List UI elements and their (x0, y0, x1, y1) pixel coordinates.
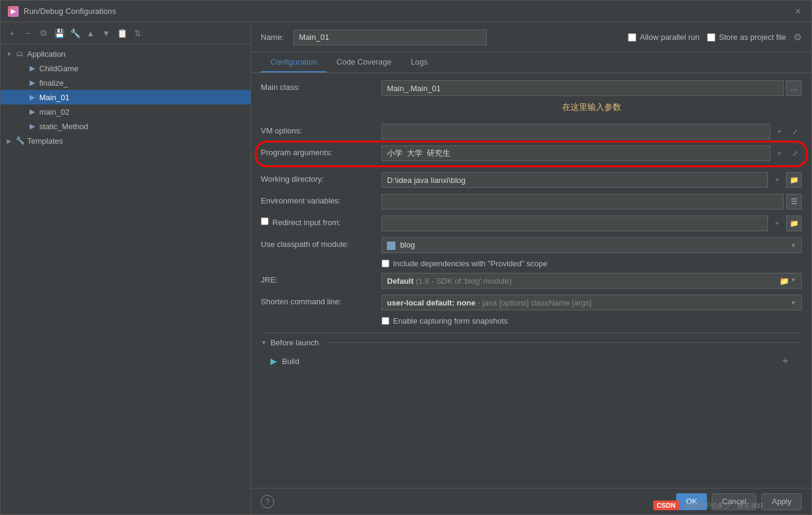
redirect-value-wrapper: + 📁 (382, 216, 802, 231)
tree-expand-static-method (18, 123, 25, 130)
before-launch-divider (327, 342, 802, 343)
store-project-wrapper: Store as project file (707, 33, 786, 42)
add-config-button[interactable]: + (5, 27, 19, 40)
env-vars-edit-button[interactable]: ☰ (786, 194, 802, 210)
allow-parallel-checkbox[interactable] (628, 33, 636, 42)
tree-expand-templates[interactable]: ▶ (5, 137, 13, 144)
redirect-expand-button[interactable]: + (770, 217, 784, 230)
jre-dropdown[interactable]: Default (1.8 - SDK of 'blog' module) 📁 ▼ (382, 273, 802, 289)
help-button[interactable]: ? (261, 495, 274, 508)
name-input[interactable] (293, 30, 487, 45)
copy-config-button[interactable]: ⧉ (37, 27, 50, 40)
working-dir-input[interactable] (382, 172, 768, 188)
shorten-cmd-dropdown[interactable]: user-local default: none - java [options… (382, 295, 802, 310)
program-args-input[interactable] (382, 146, 770, 161)
main-class-row: Main class: … (261, 80, 802, 97)
tree-expand-main01 (18, 94, 25, 101)
tree-item-finalize[interactable]: ▶ finalize_ (1, 75, 251, 90)
enable-capturing-row: Enable capturing form snapshots (261, 316, 802, 325)
wrench-button[interactable]: 🔧 (68, 27, 82, 40)
tree-item-static-method[interactable]: ▶ static_Method (1, 119, 251, 133)
include-deps-checkbox[interactable] (382, 260, 389, 267)
before-launch-collapse-icon[interactable]: ▼ (261, 339, 267, 346)
enable-capturing-checkbox[interactable] (382, 317, 389, 325)
jre-value-wrapper: Default (1.8 - SDK of 'blog' module) 📁 ▼ (382, 273, 802, 289)
tree-item-main02[interactable]: ▶ main_02 (1, 104, 251, 119)
program-args-value-wrapper: + ⤢ (382, 146, 802, 161)
working-dir-expand-button[interactable]: + (770, 173, 784, 187)
include-deps-row: Include dependencies with "Provided" sco… (261, 259, 802, 268)
tree-item-childgame[interactable]: ▶ ChildGame (1, 61, 251, 75)
tree-expand-childgame (18, 65, 25, 72)
before-launch-add-button[interactable]: + (779, 354, 792, 368)
sort-button[interactable]: ⇅ (131, 27, 144, 40)
tree-item-application[interactable]: ▼ 🗂 Application (1, 46, 251, 61)
main-content: + − ⧉ 💾 🔧 ▲ ▼ 📋 ⇅ ▼ 🗂 Application (1, 22, 811, 514)
classpath-dropdown[interactable]: blog ▼ (382, 237, 802, 253)
tree-expand-application[interactable]: ▼ (5, 50, 13, 57)
vm-options-input[interactable] (382, 124, 770, 139)
vm-options-expand-button[interactable]: + (773, 125, 786, 138)
annotation-spacer (261, 102, 382, 104)
tree-label-childgame: ChildGame (39, 64, 78, 73)
name-label: Name: (261, 33, 284, 42)
move-up-button[interactable]: ▲ (84, 27, 97, 40)
tab-configuration[interactable]: Configuration (261, 53, 327, 72)
file-icon-childgame: ▶ (27, 63, 37, 73)
annotation-text: 在这里输入参数 (382, 102, 802, 113)
build-icon: ▶ (270, 356, 277, 366)
annotation-row: 在这里输入参数 (261, 102, 802, 119)
redirect-browse-button[interactable]: 📁 (786, 216, 802, 231)
env-vars-label: Environment variables: (261, 194, 382, 205)
tree-label-finalize: finalize_ (39, 78, 68, 88)
file-icon-main02: ▶ (27, 107, 37, 117)
jre-folder-icon: 📁 (779, 277, 789, 286)
config-content: Main class: … 在这里输入参数 VM options: (251, 73, 811, 488)
export-button[interactable]: 📋 (115, 27, 129, 40)
tree-label-application: Application (27, 50, 66, 59)
tab-code-coverage[interactable]: Code Coverage (327, 53, 401, 72)
window-title: Run/Debug Configurations (24, 7, 116, 16)
redirect-row: Redirect input from: + 📁 (261, 216, 802, 232)
program-args-expand-button[interactable]: + (773, 147, 786, 160)
before-launch-header: ▼ Before launch (261, 338, 802, 347)
allow-parallel-label: Allow parallel run (640, 33, 700, 42)
tabs-bar: Configuration Code Coverage Logs (251, 53, 811, 73)
annotation-value: 在这里输入参数 (382, 102, 802, 113)
watermark-text: @苦难不怕多少，微笑就好 (684, 501, 764, 510)
program-args-fullscreen-button[interactable]: ⤢ (788, 147, 802, 160)
watermark: CSDN @苦难不怕多少，微笑就好 (653, 501, 764, 510)
main-class-browse-button[interactable]: … (786, 80, 802, 96)
close-button[interactable]: × (792, 5, 804, 18)
classpath-value-wrapper: blog ▼ (382, 237, 802, 253)
tree-label-static-method: static_Method (39, 122, 88, 131)
main-class-input[interactable] (382, 80, 784, 96)
store-project-checkbox[interactable] (707, 33, 715, 42)
shorten-cmd-value-wrapper: user-local default: none - java [options… (382, 295, 802, 310)
apply-button[interactable]: Apply (761, 493, 802, 510)
file-icon-main01: ▶ (27, 92, 37, 102)
working-dir-value-wrapper: + 📁 (382, 172, 802, 188)
file-icon-finalize: ▶ (27, 78, 37, 88)
env-vars-row: Environment variables: ☰ (261, 194, 802, 211)
settings-gear-icon[interactable]: ⚙ (793, 31, 802, 43)
classpath-label: Use classpath of module: (261, 237, 382, 249)
redirect-label: Redirect input from: (272, 216, 393, 227)
move-down-button[interactable]: ▼ (100, 27, 113, 40)
save-config-button[interactable]: 💾 (53, 27, 66, 40)
store-project-label: Store as project file (719, 33, 786, 42)
working-dir-browse-button[interactable]: 📁 (786, 172, 802, 188)
remove-config-button[interactable]: − (21, 27, 34, 40)
env-vars-input[interactable] (382, 194, 784, 210)
right-panel: Name: Allow parallel run Store as projec… (251, 22, 811, 514)
tree-label-main01: Main_01 (39, 93, 69, 102)
tab-logs[interactable]: Logs (401, 53, 437, 72)
redirect-checkbox[interactable] (261, 217, 269, 225)
before-launch-title: Before launch (270, 338, 319, 347)
tree-item-templates[interactable]: ▶ 🔧 Templates (1, 133, 251, 148)
vm-options-fullscreen-button[interactable]: ⤢ (788, 125, 802, 138)
redirect-input[interactable] (382, 216, 768, 231)
enable-capturing-label: Enable capturing form snapshots (393, 316, 508, 325)
tree-item-main01[interactable]: ▶ Main_01 (1, 90, 251, 104)
sidebar-tree: ▼ 🗂 Application ▶ ChildGame ▶ finalize_ … (1, 44, 251, 514)
